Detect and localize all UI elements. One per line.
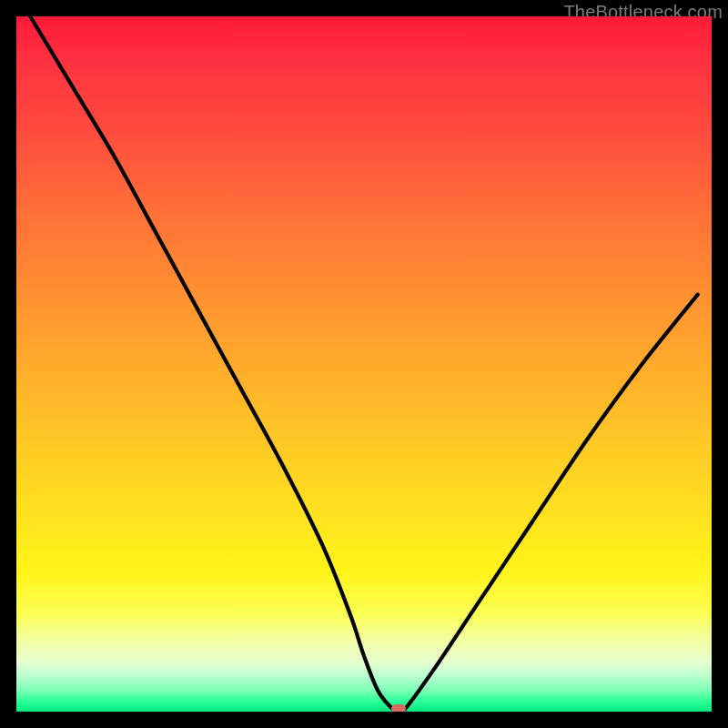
curve-svg [16, 16, 712, 712]
bottleneck-curve-path [30, 16, 697, 712]
chart-stage: TheBottleneck.com [0, 0, 728, 728]
minimum-point-marker [391, 704, 406, 712]
plot-area [16, 16, 712, 712]
